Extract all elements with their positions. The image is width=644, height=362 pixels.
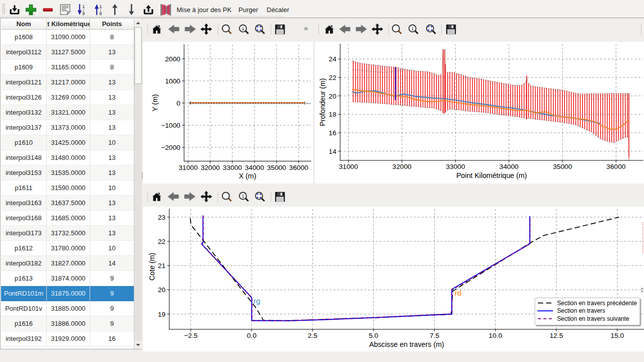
- svg-text:36000: 36000: [289, 164, 308, 171]
- svg-text:20: 20: [158, 286, 166, 294]
- svg-text:0: 0: [177, 100, 181, 107]
- svg-text:Profondeur (m): Profondeur (m): [318, 78, 327, 126]
- svg-text:9: 9: [100, 11, 102, 16]
- svg-text:1000: 1000: [165, 77, 181, 85]
- svg-text:34000: 34000: [245, 164, 264, 171]
- svg-text:18: 18: [329, 111, 337, 118]
- svg-text:14: 14: [329, 148, 337, 155]
- svg-text:23: 23: [158, 214, 166, 221]
- svg-text:2.5: 2.5: [308, 332, 317, 339]
- svg-text:21: 21: [158, 262, 166, 269]
- svg-text:1: 1: [100, 4, 102, 9]
- svg-text:Point Kilométrique (m): Point Kilométrique (m): [456, 171, 527, 179]
- svg-text:19: 19: [158, 311, 166, 318]
- svg-text:12.5: 12.5: [549, 332, 563, 339]
- svg-text:X (m): X (m): [239, 172, 257, 180]
- svg-text:31000: 31000: [339, 163, 358, 170]
- svg-text:36000: 36000: [606, 163, 625, 170]
- svg-text:0.0: 0.0: [247, 332, 257, 339]
- svg-text:5.0: 5.0: [369, 332, 378, 339]
- svg-text:7.5: 7.5: [430, 332, 439, 339]
- svg-text:33000: 33000: [223, 164, 242, 171]
- svg-text:2000: 2000: [165, 55, 181, 63]
- svg-text:31000: 31000: [179, 164, 198, 171]
- svg-text:33000: 33000: [446, 163, 465, 170]
- svg-text:1: 1: [242, 26, 244, 31]
- svg-text:34000: 34000: [500, 163, 519, 170]
- svg-text:rg: rg: [254, 297, 261, 305]
- svg-text:1: 1: [242, 193, 244, 199]
- svg-text:32000: 32000: [392, 163, 412, 170]
- svg-text:Abscisse en travers (m): Abscisse en travers (m): [369, 340, 444, 348]
- svg-text:−2000: −2000: [161, 144, 181, 151]
- svg-text:Y (m): Y (m): [151, 94, 159, 111]
- svg-text:35000: 35000: [267, 164, 286, 171]
- svg-text:15.0: 15.0: [611, 332, 624, 339]
- svg-text:10.0: 10.0: [489, 332, 502, 339]
- svg-text:−2.5: −2.5: [184, 332, 198, 339]
- svg-text:9: 9: [83, 11, 85, 16]
- svg-text:22: 22: [329, 74, 336, 81]
- svg-text:Section en travers précédente: Section en travers précédente: [557, 300, 637, 307]
- svg-text:1: 1: [83, 4, 85, 9]
- svg-text:20: 20: [329, 93, 337, 100]
- svg-text:32000: 32000: [201, 164, 220, 171]
- svg-text:1: 1: [411, 26, 414, 31]
- svg-text:16: 16: [329, 129, 337, 137]
- svg-text:Section en travers: Section en travers: [557, 307, 605, 314]
- svg-text:Section en travers suivante: Section en travers suivante: [557, 315, 629, 322]
- svg-text:35000: 35000: [553, 163, 572, 170]
- svg-text:−1000: −1000: [161, 122, 181, 129]
- svg-text:Cote (m): Cote (m): [148, 253, 156, 281]
- svg-text:22: 22: [158, 238, 166, 245]
- svg-text:rd: rd: [455, 289, 462, 297]
- svg-text:24: 24: [329, 55, 337, 63]
